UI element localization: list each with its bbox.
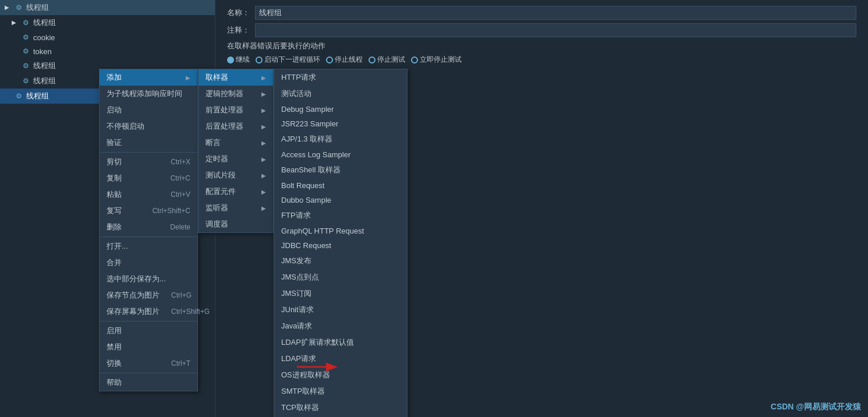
menu-item-enable[interactable]: 启用 — [100, 323, 197, 339]
menu-item-bolt-request[interactable]: Bolt Request — [274, 178, 407, 193]
menu-item-add-response-time[interactable]: 为子线程添加响应时间 — [100, 86, 197, 102]
menu-label-delete: 删除 — [107, 222, 122, 232]
menu-item-access-log-sampler[interactable]: Access Log Sampler — [274, 147, 407, 162]
menu-item-tcp-sampler[interactable]: TCP取样器 — [274, 400, 407, 416]
menu-item-junit-request[interactable]: JUnit请求 — [274, 302, 407, 318]
menu-item-smtp-sampler[interactable]: SMTP取样器 — [274, 383, 407, 400]
menu-label-test-fragment: 测试片段 — [206, 170, 236, 181]
menu-label-debug-sampler: Debug Sampler — [281, 105, 334, 114]
menu-label-jms-subscribe: JMS订阅 — [281, 288, 311, 299]
menu-item-test-action[interactable]: 测试活动 — [274, 86, 407, 102]
menu-item-open[interactable]: 打开... — [100, 238, 197, 255]
radio-label-next-loop: 启动下一进程循环 — [264, 55, 320, 65]
submenu-arrow-logic: ▶ — [261, 91, 266, 97]
action-label: 在取样器错误后要执行的动作 — [227, 41, 856, 51]
menu-item-post-processor[interactable]: 后置处理器 ▶ — [199, 118, 273, 135]
menu-item-ldap-extended[interactable]: LDAP扩展请求默认值 — [274, 334, 407, 351]
radio-circle-next-loop — [256, 56, 263, 63]
menu-item-rewrite[interactable]: 复写 Ctrl+Shift+C — [100, 203, 197, 219]
sidebar-item-token[interactable]: ▶ ⚙ token — [0, 44, 215, 58]
menu-label-smtp-sampler: SMTP取样器 — [281, 386, 325, 397]
menu-item-save-node-img[interactable]: 保存节点为图片 Ctrl+G — [100, 287, 197, 303]
menu-label-open: 打开... — [107, 241, 128, 252]
menu-label-copy: 复制 — [107, 173, 122, 183]
expand-arrow: ▶ — [5, 4, 12, 11]
menu-item-sampler[interactable]: 取样器 ▶ — [199, 69, 273, 86]
name-label: 名称： — [227, 8, 250, 18]
menu-label-beanshell-sampler: BeanShell 取样器 — [281, 165, 341, 175]
menu-item-verify[interactable]: 验证 — [100, 135, 197, 151]
menu-label-add: 添加 — [107, 72, 122, 83]
radio-circle-immediate-stop — [411, 56, 418, 63]
menu-label-java-request: Java请求 — [281, 321, 312, 331]
menu-divider-1 — [100, 152, 197, 153]
menu-item-jms-publish[interactable]: JMS发布 — [274, 253, 407, 269]
gear-icon: ⚙ — [21, 18, 30, 27]
menu-item-paste[interactable]: 粘贴 Ctrl+V — [100, 186, 197, 203]
radio-next-loop[interactable]: 启动下一进程循环 — [256, 55, 320, 65]
menu-item-start-no-pause[interactable]: 不停顿启动 — [100, 118, 197, 135]
shortcut-copy: Ctrl+C — [171, 174, 190, 182]
menu-item-scheduler[interactable]: 调度器 — [199, 216, 273, 232]
comment-label: 注释： — [227, 25, 250, 36]
menu-item-debug-sampler[interactable]: Debug Sampler — [274, 102, 407, 116]
menu-item-java-request[interactable]: Java请求 — [274, 318, 407, 334]
menu-label-enable: 启用 — [107, 326, 122, 336]
annotation-arrow — [297, 360, 343, 374]
menu-item-help[interactable]: 帮助 — [100, 374, 197, 391]
menu-item-cut[interactable]: 剪切 Ctrl+X — [100, 154, 197, 170]
menu-item-timer[interactable]: 定时器 ▶ — [199, 151, 273, 167]
menu-item-beanshell-sampler[interactable]: BeanShell 取样器 — [274, 162, 407, 178]
menu-label-junit-request: JUnit请求 — [281, 305, 314, 315]
sidebar-item-cookie[interactable]: ▶ ⚙ cookie — [0, 30, 215, 44]
menu-item-disable[interactable]: 禁用 — [100, 339, 197, 355]
menu-item-save-selected[interactable]: 选中部分保存为... — [100, 271, 197, 287]
name-input[interactable] — [255, 6, 856, 20]
menu-item-ajp-sampler[interactable]: AJP/1.3 取样器 — [274, 131, 407, 147]
menu-item-start[interactable]: 启动 — [100, 102, 197, 118]
radio-label-stop-test: 停止测试 — [377, 55, 405, 65]
submenu-arrow: ▶ — [186, 75, 190, 81]
menu-label-ldap-extended: LDAP扩展请求默认值 — [281, 337, 354, 348]
menu-item-test-fragment[interactable]: 测试片段 ▶ — [199, 167, 273, 183]
menu-item-add[interactable]: 添加 ▶ — [100, 69, 197, 86]
radio-label-continue: 继续 — [236, 55, 250, 65]
sidebar-item-thread1[interactable]: ▶ ⚙ 线程组 — [0, 0, 215, 15]
menu-label-sampler: 取样器 — [206, 72, 228, 83]
menu-item-copy[interactable]: 复制 Ctrl+C — [100, 170, 197, 186]
menu-item-assertion[interactable]: 断言 ▶ — [199, 135, 273, 151]
radio-stop-test[interactable]: 停止测试 — [369, 55, 405, 65]
menu-label-jms-point: JMS点到点 — [281, 272, 319, 282]
radio-stop-thread[interactable]: 停止线程 — [326, 55, 363, 65]
shortcut-paste: Ctrl+V — [171, 190, 190, 199]
menu-label-ajp-sampler: AJP/1.3 取样器 — [281, 134, 332, 144]
menu-label-post-processor: 后置处理器 — [206, 121, 243, 132]
menu-item-jms-subscribe[interactable]: JMS订阅 — [274, 285, 407, 302]
comment-row: 注释： — [227, 23, 856, 37]
menu-label-dubbo-sample: Dubbo Sample — [281, 196, 331, 204]
radio-continue[interactable]: 继续 — [227, 55, 250, 65]
menu-item-dubbo-sample[interactable]: Dubbo Sample — [274, 193, 407, 207]
menu-label-assertion: 断言 — [206, 137, 221, 148]
menu-item-jdbc-request[interactable]: JDBC Request — [274, 238, 407, 253]
menu-item-jms-point[interactable]: JMS点到点 — [274, 269, 407, 285]
menu-item-ftp-request[interactable]: FTP请求 — [274, 207, 407, 224]
menu-item-save-screen-img[interactable]: 保存屏幕为图片 Ctrl+Shift+G — [100, 303, 197, 320]
menu-item-graphql-request[interactable]: GraphQL HTTP Request — [274, 224, 407, 238]
menu-item-jsr223-sampler[interactable]: JSR223 Sampler — [274, 116, 407, 131]
menu-label-cut: 剪切 — [107, 157, 122, 167]
menu-label-logic-ctrl: 逻辑控制器 — [206, 89, 243, 99]
menu-item-logic-ctrl[interactable]: 逻辑控制器 ▶ — [199, 86, 273, 102]
submenu-arrow-post: ▶ — [261, 123, 266, 130]
menu-item-toggle[interactable]: 切换 Ctrl+T — [100, 355, 197, 372]
menu-item-config-element[interactable]: 配置元件 ▶ — [199, 183, 273, 200]
menu-item-delete[interactable]: 删除 Delete — [100, 219, 197, 235]
comment-input[interactable] — [255, 23, 856, 37]
menu-item-listener[interactable]: 监听器 ▶ — [199, 200, 273, 216]
menu-label-verify: 验证 — [107, 137, 122, 148]
menu-item-http-request[interactable]: HTTP请求 — [274, 69, 407, 86]
sidebar-item-thread2[interactable]: ▶ ⚙ 线程组 — [0, 15, 215, 30]
radio-immediate-stop[interactable]: 立即停止测试 — [411, 55, 462, 65]
menu-item-pre-processor[interactable]: 前置处理器 ▶ — [199, 102, 273, 118]
menu-item-merge[interactable]: 合并 — [100, 255, 197, 271]
